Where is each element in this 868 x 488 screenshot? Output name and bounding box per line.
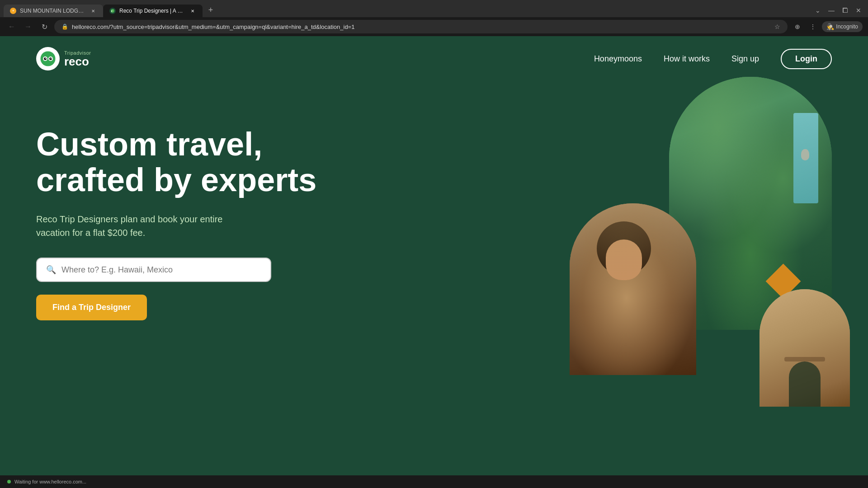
forward-button[interactable]: → [22, 20, 34, 33]
hero-image-person-arch [570, 203, 696, 375]
find-trip-designer-button[interactable]: Find a Trip Designer [36, 295, 147, 320]
tab-favicon-sun: ☀ [10, 8, 16, 14]
incognito-badge[interactable]: 🕵 Incognito [822, 21, 863, 32]
lock-icon: 🔒 [61, 23, 68, 30]
tab-close-reco[interactable]: ✕ [189, 7, 196, 14]
svg-point-8 [51, 58, 52, 59]
bookmark-icon[interactable]: ☆ [774, 23, 780, 30]
destination-search-input[interactable] [61, 265, 261, 275]
tab-favicon-reco: r [109, 8, 116, 14]
tab-reco[interactable]: r Reco Trip Designers | A new kin... ✕ [103, 5, 203, 17]
logo-text: Tripadvisor reco [64, 50, 91, 67]
tab-dropdown-button[interactable]: ⌄ [812, 5, 824, 16]
search-bar[interactable]: 🔍 [36, 258, 271, 282]
tab-close-sun-mountain[interactable]: ✕ [90, 7, 97, 14]
svg-text:r: r [111, 9, 113, 13]
site-logo[interactable]: Tripadvisor reco [36, 47, 91, 70]
back-button[interactable]: ← [5, 20, 18, 33]
hero-content: Custom travel, crafted by experts Reco T… [36, 99, 353, 320]
logo-icon [36, 47, 60, 70]
status-indicator [7, 480, 11, 483]
maximize-button[interactable]: ⧠ [839, 5, 851, 16]
hero-section: Custom travel, crafted by experts Reco T… [0, 81, 868, 320]
hero-images [552, 68, 868, 420]
tab-sun-mountain[interactable]: ☀ SUN MOUNTAIN LODGE $146 ... ✕ [4, 5, 103, 17]
site-nav: Tripadvisor reco Honeymoons How it works… [0, 36, 868, 81]
minimize-button[interactable]: — [826, 5, 837, 16]
tab-title-reco: Reco Trip Designers | A new kin... [119, 8, 185, 14]
hero-title: Custom travel, crafted by experts [36, 127, 353, 198]
logo-reco-label: reco [64, 56, 91, 67]
url-text: helloreco.com/?utm_source=tripadvisor&ut… [72, 23, 771, 30]
status-text: Waiting for www.helloreco.com... [14, 479, 86, 484]
browser-menu-icon[interactable]: ⋮ [807, 20, 819, 33]
nav-links: Honeymoons How it works Sign up Login [594, 49, 832, 69]
website-content: Tripadvisor reco Honeymoons How it works… [0, 36, 868, 475]
svg-point-2 [40, 51, 56, 66]
nav-how-it-works[interactable]: How it works [664, 54, 710, 64]
search-icon: 🔍 [46, 265, 56, 275]
address-bar-row: ← → ↻ 🔒 helloreco.com/?utm_source=tripad… [0, 17, 868, 36]
hero-title-line2: crafted by experts [36, 162, 316, 198]
address-bar[interactable]: 🔒 helloreco.com/?utm_source=tripadvisor&… [54, 20, 788, 33]
login-button[interactable]: Login [781, 49, 832, 69]
svg-point-5 [44, 57, 47, 60]
browser-chrome: ☀ SUN MOUNTAIN LODGE $146 ... ✕ r Reco T… [0, 0, 868, 36]
toolbar-right: ⊕ ⋮ 🕵 Incognito [791, 20, 863, 33]
svg-point-6 [49, 57, 52, 60]
hero-subtitle: Reco Trip Designers plan and book your e… [36, 212, 253, 239]
hero-image-moroccan-arch [760, 289, 850, 407]
extension-icon[interactable]: ⊕ [791, 20, 804, 33]
status-bar: Waiting for www.helloreco.com... [0, 475, 868, 488]
nav-signup[interactable]: Sign up [731, 54, 759, 64]
new-tab-button[interactable]: + [204, 4, 217, 16]
svg-point-7 [45, 58, 46, 59]
hero-title-line1: Custom travel, [36, 126, 262, 162]
reload-button[interactable]: ↻ [38, 20, 51, 33]
nav-honeymoons[interactable]: Honeymoons [594, 54, 642, 64]
close-window-button[interactable]: ✕ [853, 5, 864, 16]
tab-title-sun-mountain: SUN MOUNTAIN LODGE $146 ... [20, 8, 86, 14]
